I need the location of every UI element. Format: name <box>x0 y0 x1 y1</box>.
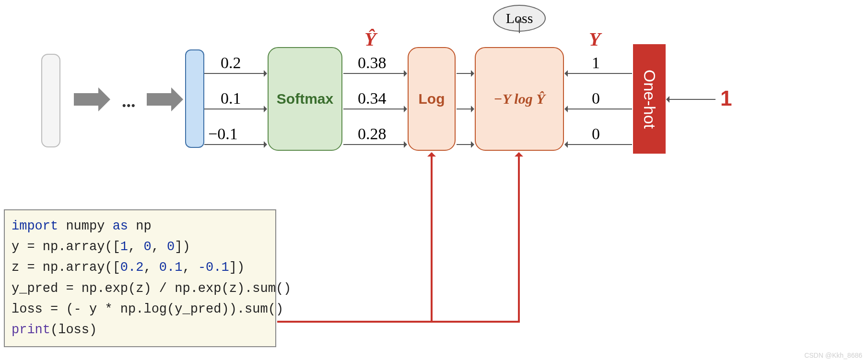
y-value-0: 1 <box>592 54 600 72</box>
arrow-z1 <box>204 109 267 109</box>
log-block: Log <box>408 47 456 151</box>
y-symbol: Y <box>589 28 600 50</box>
code-box: import numpy as np y = np.array([1, 0, 0… <box>4 209 276 347</box>
code-kw-import: import <box>12 219 58 233</box>
crossentropy-block: −Y log Ŷ <box>475 47 564 151</box>
code-line-ypred: y_pred = np.exp(z) / np.exp(z).sum() <box>12 281 291 296</box>
code-fn-print: print <box>12 323 50 337</box>
class-index-label: 1 <box>720 86 732 110</box>
onehot-block: One-hot <box>633 44 666 154</box>
yhat-value-1: 0.34 <box>358 89 387 108</box>
ellipsis: ... <box>122 90 136 111</box>
big-arrow-2 <box>147 93 173 106</box>
z-value-2: −0.1 <box>208 125 238 143</box>
hidden-layer-block <box>185 49 204 148</box>
watermark: CSDN @Kkh_8686 <box>804 351 862 359</box>
arrow-yhat0 <box>343 73 407 74</box>
arrow-y2 <box>565 144 632 145</box>
red-connector-v2 <box>518 153 520 323</box>
arrow-log2 <box>457 144 474 145</box>
arrow-yhat2 <box>343 144 407 145</box>
red-connector-v1 <box>431 153 433 323</box>
arrow-log1 <box>457 109 474 109</box>
arrow-classidx <box>667 99 716 100</box>
yhat-symbol: Ŷ <box>364 28 376 50</box>
arrow-log0 <box>457 73 474 74</box>
code-kw-as: as <box>113 219 128 233</box>
y-value-1: 0 <box>592 89 600 108</box>
yhat-value-2: 0.28 <box>358 125 387 143</box>
z-value-0: 0.2 <box>221 54 241 72</box>
code-line-loss: loss = (- y * np.log(y_pred)).sum() <box>12 302 283 316</box>
arrow-yhat1 <box>343 109 407 109</box>
softmax-block: Softmax <box>268 47 342 151</box>
arrow-y0 <box>565 73 632 74</box>
arrow-z0 <box>204 73 267 74</box>
crossentropy-label: −Y log Ŷ <box>493 91 545 107</box>
big-arrow-1 <box>74 93 100 106</box>
y-value-2: 0 <box>592 125 600 143</box>
yhat-value-0: 0.38 <box>358 54 387 72</box>
input-block <box>41 54 60 147</box>
z-value-1: 0.1 <box>221 89 241 108</box>
arrow-z2 <box>204 144 267 145</box>
arrow-loss-up <box>519 20 520 33</box>
red-connector-h <box>277 321 520 323</box>
arrow-y1 <box>565 109 632 109</box>
